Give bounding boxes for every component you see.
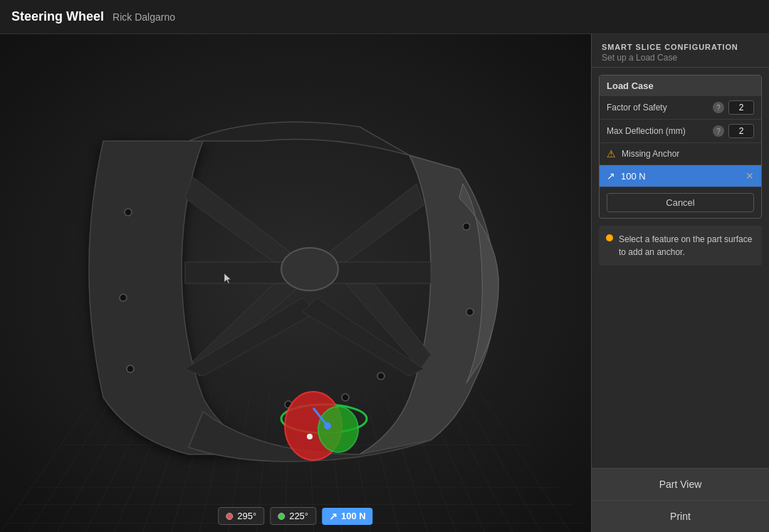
cancel-row: Cancel <box>600 187 761 218</box>
svg-point-14 <box>307 434 313 439</box>
cancel-button[interactable]: Cancel <box>607 193 754 212</box>
load-indicator[interactable]: ↗ 100 N <box>322 508 373 525</box>
svg-point-8 <box>377 372 384 380</box>
load-arrow-icon: ↗ <box>329 511 338 522</box>
main-layout: 295° 225° ↗ 100 N SMART SLICE CONFIGURAT… <box>0 34 769 532</box>
svg-point-2 <box>120 294 127 301</box>
factor-of-safety-row: Factor of Safety ? <box>600 96 761 120</box>
panel-content: Load Case Factor of Safety ? Max Deflect… <box>592 68 769 468</box>
force-close-button[interactable]: ✕ <box>746 170 754 182</box>
rot-x-dot <box>226 513 233 520</box>
factor-of-safety-label: Factor of Safety <box>607 103 708 113</box>
max-deflection-input[interactable] <box>728 124 754 138</box>
svg-point-3 <box>127 365 134 372</box>
rotation-y-value: 225° <box>289 511 308 521</box>
panel-bottom-buttons: Part View Print <box>592 468 769 532</box>
force-arrow-icon: ↗ <box>607 170 615 182</box>
warning-icon: ⚠ <box>607 148 616 160</box>
part-view-button[interactable]: Part View <box>592 469 769 501</box>
print-button[interactable]: Print <box>592 501 769 532</box>
3d-viewport[interactable]: 295° 225° ↗ 100 N <box>0 34 591 532</box>
load-case-header: Load Case <box>600 75 761 96</box>
panel-subtitle: Set up a Load Case <box>602 53 759 63</box>
rotation-y-indicator[interactable]: 225° <box>270 507 316 525</box>
info-box: Select a feature on the part surface to … <box>599 226 762 266</box>
load-value: 100 N <box>341 511 366 521</box>
bottom-toolbar: 295° 225° ↗ 100 N <box>218 507 372 525</box>
panel-header: SMART SLICE CONFIGURATION Set up a Load … <box>592 34 769 68</box>
svg-point-0 <box>281 248 338 291</box>
rot-y-dot <box>278 513 285 520</box>
max-deflection-help[interactable]: ? <box>713 125 724 137</box>
missing-anchor-row: ⚠ Missing Anchor <box>600 143 761 165</box>
svg-point-5 <box>466 308 474 315</box>
app-title: Steering Wheel <box>11 9 104 24</box>
3d-part-svg <box>61 70 545 483</box>
svg-point-6 <box>342 394 349 401</box>
user-name: Rick Dalgarno <box>113 11 175 23</box>
part-container <box>14 63 591 489</box>
factor-of-safety-help[interactable]: ? <box>713 102 724 113</box>
svg-point-13 <box>324 422 331 429</box>
svg-point-1 <box>125 209 132 216</box>
rotation-x-value: 295° <box>237 511 256 521</box>
svg-point-11 <box>318 407 358 452</box>
panel-title: SMART SLICE CONFIGURATION <box>602 43 759 51</box>
info-text: Select a feature on the part surface to … <box>619 233 755 259</box>
force-row[interactable]: ↗ 100 N ✕ <box>600 165 761 187</box>
info-dot <box>606 234 613 241</box>
load-case-box: Load Case Factor of Safety ? Max Deflect… <box>599 75 762 219</box>
app-header: Steering Wheel Rick Dalgarno <box>0 0 769 34</box>
svg-point-4 <box>463 223 470 230</box>
factor-of-safety-input[interactable] <box>728 100 754 115</box>
max-deflection-label: Max Deflection (mm) <box>607 126 708 136</box>
max-deflection-row: Max Deflection (mm) ? <box>600 120 761 143</box>
force-label: 100 N <box>621 171 740 182</box>
missing-anchor-label: Missing Anchor <box>622 149 679 159</box>
right-panel: SMART SLICE CONFIGURATION Set up a Load … <box>591 34 769 532</box>
rotation-x-indicator[interactable]: 295° <box>218 507 264 525</box>
